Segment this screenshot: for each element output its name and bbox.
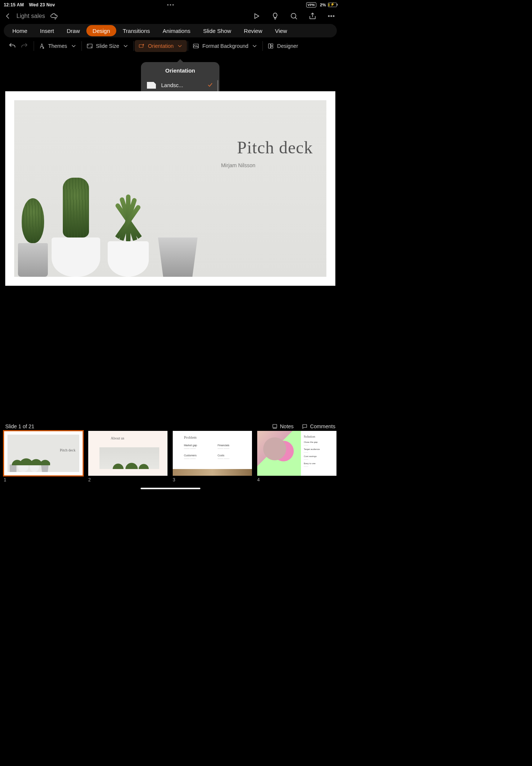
battery-icon: ⚡ xyxy=(328,3,337,7)
title-bar: Light sales xyxy=(0,9,341,23)
share-button[interactable] xyxy=(308,12,317,20)
orientation-label: Orientation xyxy=(148,43,173,49)
search-button[interactable] xyxy=(290,12,298,20)
thumbnail-strip[interactable]: Pitch deck 1 About us 2 Problem Market g… xyxy=(4,431,337,482)
format-background-label: Format Background xyxy=(202,43,248,49)
thumb-number: 4 xyxy=(257,477,336,482)
orientation-option-landscape[interactable]: Landsc... xyxy=(141,77,219,93)
notes-icon xyxy=(272,423,278,429)
undo-button[interactable] xyxy=(8,42,16,50)
popover-title: Orientation xyxy=(141,62,219,77)
decorative-plant xyxy=(52,238,100,277)
svg-rect-9 xyxy=(268,44,270,48)
home-indicator[interactable] xyxy=(141,488,200,489)
slide-size-dropdown[interactable]: Slide Size xyxy=(83,40,133,52)
tab-draw[interactable]: Draw xyxy=(61,25,86,36)
document-title[interactable]: Light sales xyxy=(16,13,45,19)
svg-point-4 xyxy=(333,16,334,17)
tab-review[interactable]: Review xyxy=(237,25,268,36)
tab-insert[interactable]: Insert xyxy=(34,25,61,36)
footer-bar: Slide 1 of 21 Notes Comments xyxy=(0,423,341,429)
thumb-number: 2 xyxy=(88,477,167,482)
orientation-icon xyxy=(138,43,145,49)
comments-icon xyxy=(302,423,308,429)
checkmark-icon xyxy=(207,82,213,89)
chevron-down-icon xyxy=(251,43,258,49)
tab-animations[interactable]: Animations xyxy=(156,25,197,36)
slide-subtitle-text[interactable]: Mirjam Nilsson xyxy=(221,162,255,168)
back-button[interactable] xyxy=(4,12,12,20)
tab-slideshow[interactable]: Slide Show xyxy=(197,25,237,36)
separator xyxy=(188,41,188,51)
orientation-dropdown[interactable]: Orientation xyxy=(135,40,187,52)
themes-icon xyxy=(39,43,45,49)
battery-percent: 2% xyxy=(320,3,326,7)
svg-point-2 xyxy=(328,16,329,17)
format-background-dropdown[interactable]: Format Background xyxy=(189,40,262,52)
option-label: Landsc... xyxy=(161,82,183,88)
svg-point-1 xyxy=(291,13,296,18)
chevron-down-icon xyxy=(70,43,77,49)
vpn-badge: VPN xyxy=(306,2,316,7)
format-background-icon xyxy=(193,43,199,49)
ideas-lightbulb-button[interactable] xyxy=(271,12,279,20)
thumbnail-1[interactable]: Pitch deck 1 xyxy=(4,431,83,482)
decorative-plant xyxy=(108,241,149,277)
thumb-title: Pitch deck xyxy=(60,448,76,452)
thumbnail-2[interactable]: About us 2 xyxy=(88,431,167,482)
landscape-page-icon xyxy=(147,82,156,89)
redo-button xyxy=(20,42,28,50)
slide-canvas[interactable]: Pitch deck Mirjam Nilsson xyxy=(5,91,335,286)
slide-content[interactable]: Pitch deck Mirjam Nilsson xyxy=(14,100,326,277)
designer-icon xyxy=(267,43,274,49)
thumbnail-4[interactable]: Solution Close the gap——— Target audienc… xyxy=(257,431,336,482)
status-bar: 12:15 AM Wed 23 Nov VPN 2% ⚡ xyxy=(0,0,341,9)
comments-button[interactable]: Comments xyxy=(302,423,335,429)
slide-counter: Slide 1 of 21 xyxy=(5,423,34,429)
separator xyxy=(262,41,263,51)
svg-point-3 xyxy=(331,16,332,17)
chevron-down-icon xyxy=(122,43,129,49)
separator xyxy=(34,41,34,51)
thumb-number: 1 xyxy=(4,477,83,482)
tab-home[interactable]: Home xyxy=(6,25,34,36)
themes-label: Themes xyxy=(48,43,67,49)
chevron-down-icon xyxy=(176,43,183,49)
thumb-title: Solution xyxy=(304,435,333,438)
decorative-plant xyxy=(156,238,199,277)
design-toolbar: Themes Slide Size Orientation Format Bac… xyxy=(0,38,341,54)
comments-label: Comments xyxy=(310,423,335,429)
status-date: Wed 23 Nov xyxy=(29,2,55,7)
separator xyxy=(133,41,134,51)
designer-label: Designer xyxy=(277,43,298,49)
thumb-number: 3 xyxy=(173,477,252,482)
svg-rect-11 xyxy=(271,46,273,48)
slide-size-icon xyxy=(86,43,93,49)
thumb-title: Problem xyxy=(184,435,197,439)
status-time: 12:15 AM xyxy=(4,2,24,7)
thumbnail-3[interactable]: Problem Market gap——— ——— Customers——— —… xyxy=(173,431,252,482)
more-menu-button[interactable] xyxy=(327,12,335,20)
decorative-plant xyxy=(18,243,48,277)
slide-title-text[interactable]: Pitch deck xyxy=(237,138,313,157)
tab-view[interactable]: View xyxy=(269,25,293,36)
designer-button[interactable]: Designer xyxy=(264,40,302,52)
ribbon-tabs: Home Insert Draw Design Transitions Anim… xyxy=(4,24,337,37)
cloud-sync-icon[interactable] xyxy=(50,12,58,20)
notes-label: Notes xyxy=(280,423,294,429)
svg-rect-7 xyxy=(139,45,143,48)
svg-rect-10 xyxy=(271,44,273,46)
thumb-title: About us xyxy=(111,436,124,440)
play-slideshow-button[interactable] xyxy=(252,12,261,20)
tab-transitions[interactable]: Transitions xyxy=(116,25,156,36)
tab-design[interactable]: Design xyxy=(86,25,117,36)
multitask-dots-icon[interactable] xyxy=(167,4,174,6)
notes-button[interactable]: Notes xyxy=(272,423,294,429)
svg-rect-12 xyxy=(273,425,277,428)
slide-size-label: Slide Size xyxy=(96,43,119,49)
themes-dropdown[interactable]: Themes xyxy=(35,40,81,52)
separator xyxy=(82,41,82,51)
